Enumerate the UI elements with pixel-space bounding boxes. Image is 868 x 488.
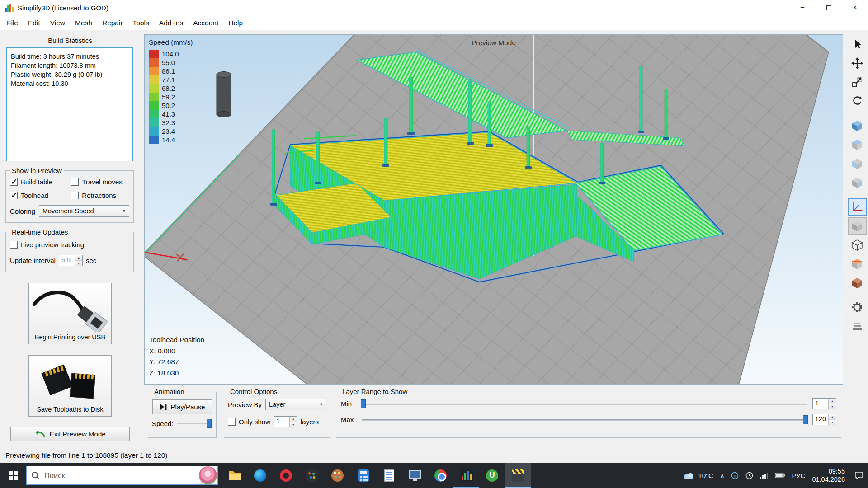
coloring-dropdown[interactable]: Movement Speed ▼	[39, 205, 129, 217]
menu-mesh[interactable]: Mesh	[70, 19, 97, 27]
taskbar-app-simplify3d[interactable]	[453, 463, 479, 488]
checkbox-box[interactable]	[228, 418, 236, 426]
translate-model-tool[interactable]	[848, 55, 867, 72]
minimize-button[interactable]: −	[789, 0, 816, 15]
menu-tools[interactable]: Tools	[128, 19, 154, 27]
checkbox-retractions[interactable]: Retractions	[71, 192, 129, 199]
top-view-tool[interactable]	[848, 136, 867, 153]
tray-chevron-up-icon[interactable]: ∧	[720, 472, 725, 479]
checkbox-box[interactable]	[71, 192, 79, 199]
save-toolpaths-button[interactable]: Save Toolpaths to Disk	[28, 355, 112, 417]
spinner-up-icon[interactable]: ▲	[829, 399, 836, 404]
min-layer-slider[interactable]	[361, 399, 808, 409]
checkbox-box[interactable]	[10, 178, 18, 186]
clock-icon[interactable]	[745, 472, 753, 479]
checkbox-box[interactable]	[10, 192, 18, 199]
menu-help[interactable]: Help	[223, 19, 248, 27]
network-signal-icon[interactable]	[760, 472, 768, 479]
coordinate-axes-tool[interactable]	[848, 198, 867, 216]
max-layer-spinner[interactable]: 120 ▲▼	[812, 414, 836, 425]
close-button[interactable]: ×	[842, 0, 868, 15]
chevron-down-icon[interactable]: ▼	[316, 399, 326, 410]
perspective-view-tool[interactable]	[848, 217, 867, 235]
scale-model-tool[interactable]	[848, 74, 867, 91]
play-pause-button[interactable]: Play/Pause	[152, 399, 212, 414]
wireframe-view-tool[interactable]	[848, 236, 867, 253]
select-cursor-tool[interactable]	[848, 36, 867, 53]
taskbar-app-calculator[interactable]	[350, 463, 376, 488]
checkbox-box[interactable]	[10, 241, 18, 249]
spinner-arrows[interactable]: ▲▼	[289, 417, 297, 427]
slider-handle[interactable]	[803, 415, 808, 424]
spinner-up-icon[interactable]: ▲	[290, 417, 297, 422]
preview-3d-viewport[interactable]: Speed (mm/s) 104.0 95.0 86.1 77.1 68.2 5…	[144, 34, 843, 385]
solid-view-tool[interactable]	[848, 274, 867, 291]
menu-addins[interactable]: Add-Ins	[154, 19, 188, 27]
taskbar-app-file-explorer[interactable]	[222, 463, 247, 488]
info-icon[interactable]	[731, 472, 739, 479]
search-input[interactable]	[44, 471, 199, 480]
taskbar-app-remote-desktop[interactable]	[402, 463, 428, 488]
spinner-down-icon[interactable]: ▼	[829, 404, 836, 409]
taskbar-app-edge[interactable]	[247, 463, 273, 488]
taskbar-app-utorrent[interactable]	[479, 463, 505, 488]
standard-view-tool[interactable]	[848, 117, 867, 134]
spinner-down-icon[interactable]: ▼	[829, 419, 836, 425]
taskbar-app-opera[interactable]	[273, 463, 299, 488]
menu-account[interactable]: Account	[188, 19, 223, 27]
start-button[interactable]	[0, 463, 26, 488]
maximize-button[interactable]	[816, 0, 842, 15]
front-view-tool[interactable]	[848, 155, 867, 172]
search-highlight-flower-image[interactable]	[199, 466, 217, 484]
slider-track[interactable]	[362, 404, 807, 405]
taskbar-app-paint[interactable]	[325, 463, 350, 488]
spinner-down-icon[interactable]: ▼	[290, 422, 297, 427]
checkbox-build-table[interactable]: Build table	[10, 178, 71, 186]
menu-edit[interactable]: Edit	[23, 19, 45, 27]
spinner-up-icon[interactable]: ▲	[829, 414, 836, 419]
update-interval-value: 5,0	[59, 255, 75, 266]
spinner-down-icon[interactable]: ▼	[75, 260, 82, 266]
spinner-arrows[interactable]: ▲▼	[828, 399, 836, 409]
checkbox-toolhead[interactable]: Toolhead	[10, 192, 71, 199]
min-layer-spinner[interactable]: 1 ▲▼	[812, 398, 836, 409]
clock-widget[interactable]: 09:55 01.04.2026	[812, 467, 845, 484]
side-view-tool[interactable]	[848, 174, 867, 191]
menu-view[interactable]: View	[45, 19, 70, 27]
slider-handle[interactable]	[361, 399, 366, 408]
taskbar-search[interactable]	[26, 466, 218, 485]
chevron-down-icon[interactable]: ▼	[119, 206, 129, 216]
checkbox-box[interactable]	[71, 178, 79, 186]
preview-3d-scene[interactable]	[145, 35, 843, 385]
animation-speed-slider[interactable]	[176, 418, 212, 428]
checkbox-travel-moves[interactable]: Travel moves	[71, 178, 129, 186]
spinner-up-icon[interactable]: ▲	[75, 255, 82, 260]
checkbox-only-show[interactable]: Only show	[228, 418, 270, 426]
preview-by-dropdown[interactable]: Layer ▼	[265, 399, 326, 410]
update-interval-spinner[interactable]: 5,0 ▲▼	[59, 255, 83, 266]
machine-settings-tool[interactable]	[848, 299, 867, 316]
slider-handle[interactable]	[207, 419, 212, 428]
menu-file[interactable]: File	[2, 19, 23, 27]
taskbar-app-chrome[interactable]	[428, 463, 453, 488]
rotate-model-tool[interactable]	[848, 93, 867, 110]
print-bed-layers-tool[interactable]	[848, 318, 867, 335]
only-show-spinner[interactable]: 1 ▲▼	[274, 416, 297, 427]
taskbar-app-photos[interactable]	[299, 463, 325, 488]
taskbar-app-movie[interactable]	[505, 463, 531, 488]
legend-color-swatch	[149, 84, 159, 93]
keyboard-language[interactable]: РУС	[792, 472, 805, 479]
taskbar-app-documents[interactable]	[376, 463, 402, 488]
begin-printing-usb-button[interactable]: Begin Printing over USB	[28, 283, 112, 344]
spinner-arrows[interactable]: ▲▼	[75, 255, 82, 266]
battery-icon[interactable]	[775, 473, 785, 478]
slider-track[interactable]	[362, 419, 807, 421]
max-layer-slider[interactable]	[361, 415, 808, 425]
exit-preview-mode-button[interactable]: Exit Preview Mode	[10, 427, 130, 441]
checkbox-live-preview-tracking[interactable]: Live preview tracking	[10, 241, 129, 249]
notifications-icon[interactable]	[854, 471, 863, 479]
spinner-arrows[interactable]: ▲▼	[828, 414, 836, 425]
cross-section-tool[interactable]	[848, 255, 867, 272]
menu-repair[interactable]: Repair	[97, 19, 128, 27]
weather-widget[interactable]: 10°C	[682, 471, 713, 480]
